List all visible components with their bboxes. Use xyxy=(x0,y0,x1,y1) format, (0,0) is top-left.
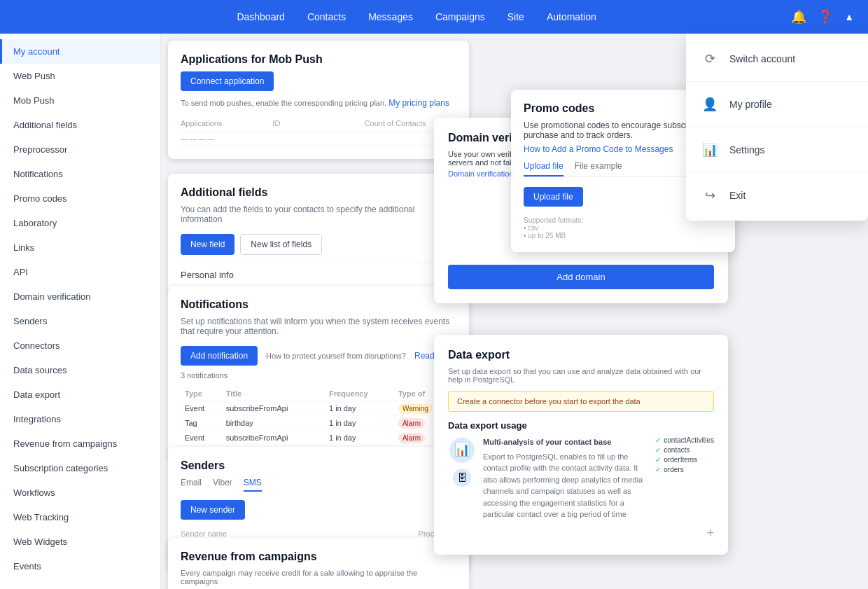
notif-freq-0: 1 in day xyxy=(325,401,394,416)
notifications-card: Notifications Set up notifications that … xyxy=(168,286,469,458)
switch-account-item[interactable]: ⟳ Switch account xyxy=(686,39,868,78)
notif-type-1: Tag xyxy=(181,416,222,431)
nav-campaigns[interactable]: Campaigns xyxy=(435,11,485,22)
sidebar-item-my-account[interactable]: My account xyxy=(0,39,160,64)
new-sender-button[interactable]: New sender xyxy=(181,500,245,520)
sidebar-item-promo-codes[interactable]: Promo codes xyxy=(0,186,160,211)
col-applications: Applications xyxy=(181,119,272,127)
my-profile-item[interactable]: 👤 My profile xyxy=(686,85,868,124)
personal-info-row: Personal info + xyxy=(181,262,456,280)
nav-contacts[interactable]: Contacts xyxy=(307,11,346,22)
help-icon[interactable]: ❓ xyxy=(818,9,833,25)
notif-type-0: Event xyxy=(181,401,222,416)
notifications-bell-icon[interactable]: 🔔 xyxy=(791,9,806,25)
sidebar-item-integrations[interactable]: Integrations xyxy=(0,407,160,431)
sidebar-item-connectors[interactable]: Connectors xyxy=(0,333,160,358)
usage-title: Data export usage xyxy=(448,420,714,431)
settings-label: Settings xyxy=(729,144,765,155)
sidebar-item-mob-push[interactable]: Mob Push xyxy=(0,88,160,113)
sidebar-item-senders[interactable]: Senders xyxy=(0,309,160,333)
tab-file-example[interactable]: File example xyxy=(575,161,622,176)
account-chevron-icon[interactable]: ▲ xyxy=(844,11,854,22)
connect-application-button[interactable]: Connect application xyxy=(181,71,274,91)
nav-automation[interactable]: Automation xyxy=(547,11,596,22)
nav-dashboard[interactable]: Dashboard xyxy=(237,11,285,22)
revenue-card: Revenue from campaigns Every campaign ma… xyxy=(168,538,469,589)
exit-item[interactable]: ↪ Exit xyxy=(686,176,868,215)
col-id: ID xyxy=(272,119,364,127)
sidebar-item-web-push[interactable]: Web Push xyxy=(0,64,160,88)
add-notification-button[interactable]: Add notification xyxy=(181,346,258,366)
notif-freq-1: 1 in day xyxy=(325,416,394,431)
new-field-button[interactable]: New field xyxy=(181,234,234,255)
badge-contact-activities: ✓contactActivities xyxy=(655,436,714,444)
sidebar-item-preprocessor[interactable]: Preprocessor xyxy=(0,137,160,162)
mob-push-row-placeholder: — — — — xyxy=(181,135,214,143)
expand-plus-icon[interactable]: + xyxy=(448,526,714,541)
notifications-count: 3 notifications xyxy=(181,371,456,380)
data-export-title: Data export xyxy=(448,349,714,361)
sidebar-item-revenue[interactable]: Revenue from campaigns xyxy=(0,431,160,456)
additional-fields-subtitle: You can add the fields to your contacts … xyxy=(181,205,456,224)
col-type: Type xyxy=(181,387,222,401)
tab-email[interactable]: Email xyxy=(181,478,202,492)
size-limit-label: • up to 25 MB xyxy=(524,232,722,240)
account-dropdown: ⟳ Switch account 👤 My profile 📊 Settings… xyxy=(686,34,868,221)
badge-order-items: ✓orderItems xyxy=(655,456,714,464)
tab-upload-file[interactable]: Upload file xyxy=(524,161,564,176)
sidebar-item-subscription-categories[interactable]: Subscription categories xyxy=(0,456,160,480)
table-row: Tag birthday 1 in day Alarm xyxy=(181,416,456,431)
sidebar-item-data-export[interactable]: Data export xyxy=(0,382,160,407)
top-nav-right: 🔔 ❓ ▲ xyxy=(791,9,854,25)
nav-site[interactable]: Site xyxy=(507,11,524,22)
sidebar-item-links[interactable]: Links xyxy=(0,235,160,260)
tab-sms[interactable]: SMS xyxy=(244,478,262,492)
svg-text:🗄: 🗄 xyxy=(457,472,467,483)
profile-icon: 👤 xyxy=(700,95,720,114)
check-icon-2: ✓ xyxy=(655,456,661,464)
sidebar-item-workflows[interactable]: Workflows xyxy=(0,480,160,505)
top-nav-links: Dashboard Contacts Messages Campaigns Si… xyxy=(42,11,791,22)
data-export-popup: Data export Set up data export so that y… xyxy=(434,335,728,555)
senders-tabs: Email Viber SMS xyxy=(181,478,456,492)
switch-account-icon: ⟳ xyxy=(700,49,720,69)
mob-push-description: To send mob pushes, enable the correspon… xyxy=(181,99,386,107)
settings-item[interactable]: 📊 Settings xyxy=(686,130,868,169)
sidebar-item-web-widgets[interactable]: Web Widgets xyxy=(0,529,160,554)
my-profile-label: My profile xyxy=(729,99,772,110)
sidebar-item-notifications[interactable]: Notifications xyxy=(0,162,160,186)
protect-text: How to protect yourself from disruptions… xyxy=(266,352,406,360)
sidebar-item-api[interactable]: API xyxy=(0,260,160,284)
additional-fields-title: Additional fields xyxy=(181,186,456,199)
col-title: Title xyxy=(222,387,325,401)
sidebar-item-events[interactable]: Events xyxy=(0,554,160,578)
notifications-title: Notifications xyxy=(181,298,456,311)
export-text: Multi-analysis of your contact base Expo… xyxy=(483,436,648,520)
badge-orders: ✓orders xyxy=(655,466,714,473)
table-row: Event subscribeFromApi 1 in day Warning xyxy=(181,401,456,416)
tab-viber[interactable]: Viber xyxy=(213,478,232,492)
sidebar-item-web-tracking[interactable]: Web Tracking xyxy=(0,505,160,529)
revenue-subtitle: Every campaign may receive credit for a … xyxy=(181,569,417,585)
sidebar-item-laboratory[interactable]: Laboratory xyxy=(0,211,160,235)
sidebar-item-additional-fields[interactable]: Additional fields xyxy=(0,113,160,137)
personal-info-label: Personal info xyxy=(181,270,234,280)
csv-label: • csv xyxy=(524,224,722,232)
sidebar-item-domain-verification[interactable]: Domain verification xyxy=(0,284,160,309)
mob-push-card: Applications for Mob Push Connect applic… xyxy=(168,41,469,159)
mob-push-table-header: Applications ID Count of Contacts xyxy=(181,115,456,132)
check-icon-1: ✓ xyxy=(655,446,661,454)
sidebar-item-data-sources[interactable]: Data sources xyxy=(0,358,160,382)
exit-label: Exit xyxy=(729,190,746,201)
nav-messages[interactable]: Messages xyxy=(368,11,413,22)
sidebar: My account Web Push Mob Push Additional … xyxy=(0,34,161,589)
upload-file-button[interactable]: Upload file xyxy=(524,187,583,207)
new-list-button[interactable]: New list of fields xyxy=(240,234,322,255)
pricing-plans-link[interactable]: My pricing plans xyxy=(388,98,449,108)
export-chart-icon: 📊 xyxy=(448,436,476,464)
svg-text:📊: 📊 xyxy=(454,442,470,457)
data-export-subtitle: Set up data export so that you can use a… xyxy=(448,367,714,384)
add-domain-button[interactable]: Add domain xyxy=(448,265,714,289)
exit-icon: ↪ xyxy=(700,186,720,205)
mob-push-title: Applications for Mob Push xyxy=(181,53,456,66)
